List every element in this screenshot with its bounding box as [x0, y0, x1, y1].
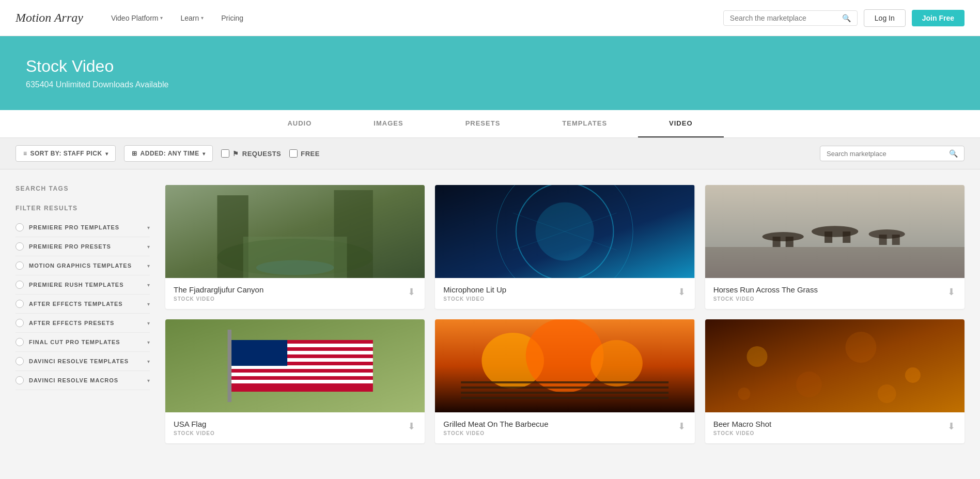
filter-premiere-rush-templates[interactable]: PREMIERE RUSH TEMPLATES ▾	[15, 275, 150, 295]
calendar-icon: ⊞	[132, 150, 137, 157]
requests-checkbox-label[interactable]: ⚑ REQUESTS	[221, 149, 281, 158]
nav-search-input[interactable]	[730, 14, 842, 22]
download-icon[interactable]: ⬇	[946, 420, 956, 433]
radio-premiere-pro-presets[interactable]	[15, 242, 24, 251]
filter-davinci-resolve-macros[interactable]: DAVINCI RESOLVE MACROS ▾	[15, 371, 150, 390]
download-icon[interactable]: ⬇	[407, 285, 416, 299]
radio-motion-graphics-templates[interactable]	[15, 261, 24, 270]
card-body-grill: Grilled Meat On The Barbecue STOCK VIDEO…	[435, 412, 694, 443]
filter-final-cut-pro-templates[interactable]: FINAL CUT PRO TEMPLATES ▾	[15, 333, 150, 352]
radio-premiere-rush-templates[interactable]	[15, 281, 24, 289]
svg-rect-32	[228, 330, 232, 402]
download-icon[interactable]: ⬇	[677, 420, 687, 433]
requests-checkbox[interactable]	[221, 149, 229, 158]
svg-point-46	[877, 384, 896, 403]
svg-point-5	[256, 260, 334, 275]
card-title-canyon: The Fjadrargljufur Canyon	[174, 285, 263, 294]
free-checkbox-label[interactable]: FREE	[289, 149, 320, 158]
filter-search-bar[interactable]: 🔍	[820, 146, 965, 161]
card-title-horses: Horses Run Across The Grass	[713, 285, 818, 294]
card-body-flag: USA Flag STOCK VIDEO ⬇	[165, 412, 425, 443]
download-icon[interactable]: ⬇	[677, 285, 687, 299]
nav-search-bar[interactable]: 🔍	[723, 10, 858, 26]
tab-presets[interactable]: PRESETS	[434, 110, 532, 137]
card-type-beer: STOCK VIDEO	[713, 430, 772, 436]
svg-rect-39	[461, 392, 669, 394]
svg-rect-13	[705, 247, 965, 278]
svg-point-43	[845, 332, 876, 363]
join-button[interactable]: Join Free	[912, 10, 965, 26]
tab-audio[interactable]: AUDIO	[256, 110, 343, 137]
card-type-flag: STOCK VIDEO	[174, 430, 215, 436]
filter-search-input[interactable]	[827, 150, 949, 158]
nav-right: 🔍 Log In Join Free	[723, 9, 965, 27]
chevron-down-icon: ▾	[203, 151, 206, 157]
filter-after-effects-templates[interactable]: AFTER EFFECTS TEMPLATES ▾	[15, 295, 150, 314]
main-content: SEARCH TAGS FILTER RESULTS PREMIERE PRO …	[0, 169, 980, 459]
navbar: Motion Array Video Platform ▾ Learn ▾ Pr…	[0, 0, 980, 36]
card-flag[interactable]: USA Flag STOCK VIDEO ⬇	[165, 319, 425, 443]
flag-svg	[165, 319, 425, 412]
logo[interactable]: Motion Array	[15, 11, 83, 25]
microphone-svg	[435, 185, 694, 278]
tab-templates[interactable]: TEMPLATES	[531, 110, 638, 137]
svg-rect-30	[230, 380, 373, 383]
sort-icon: ≡	[23, 150, 27, 157]
chevron-down-icon: ▾	[201, 15, 204, 21]
svg-rect-20	[843, 231, 850, 243]
svg-rect-29	[230, 373, 373, 376]
chevron-down-icon: ▾	[105, 151, 108, 157]
nav-pricing[interactable]: Pricing	[214, 10, 251, 26]
card-thumbnail-canyon	[165, 185, 425, 278]
tab-video[interactable]: VIDEO	[638, 110, 723, 137]
chevron-down-icon: ▾	[147, 263, 150, 269]
search-icon: 🔍	[842, 14, 851, 22]
card-canyon[interactable]: The Fjadrargljufur Canyon STOCK VIDEO ⬇	[165, 185, 425, 309]
radio-after-effects-presets[interactable]	[15, 319, 24, 327]
card-beer[interactable]: Beer Macro Shot STOCK VIDEO ⬇	[705, 319, 965, 443]
nav-learn[interactable]: Learn ▾	[173, 10, 211, 26]
svg-rect-19	[825, 231, 832, 243]
login-button[interactable]: Log In	[864, 9, 906, 27]
filter-davinci-resolve-templates[interactable]: DAVINCI RESOLVE TEMPLATES ▾	[15, 352, 150, 371]
nav-video-platform[interactable]: Video Platform ▾	[104, 10, 170, 26]
filter-premiere-pro-templates[interactable]: PREMIERE PRO TEMPLATES ▾	[15, 218, 150, 237]
card-microphone[interactable]: Microphone Lit Up STOCK VIDEO ⬇	[435, 185, 694, 309]
filter-bar: ≡ SORT BY: STAFF PICK ▾ ⊞ ADDED: ANY TIM…	[0, 138, 980, 169]
filter-after-effects-presets[interactable]: AFTER EFFECTS PRESETS ▾	[15, 314, 150, 333]
card-body-beer: Beer Macro Shot STOCK VIDEO ⬇	[705, 412, 965, 443]
chevron-down-icon: ▾	[160, 15, 163, 21]
download-icon[interactable]: ⬇	[946, 285, 956, 299]
filter-motion-graphics-templates[interactable]: MOTION GRAPHICS TEMPLATES ▾	[15, 256, 150, 275]
sort-button[interactable]: ≡ SORT BY: STAFF PICK ▾	[15, 145, 116, 162]
flag-icon: ⚑	[232, 150, 239, 158]
horses-svg	[705, 185, 965, 278]
svg-rect-28	[230, 365, 373, 369]
svg-point-15	[812, 226, 858, 237]
svg-rect-40	[461, 397, 669, 399]
card-type-horses: STOCK VIDEO	[713, 296, 818, 302]
radio-davinci-resolve-templates[interactable]	[15, 357, 24, 365]
free-checkbox[interactable]	[289, 149, 298, 158]
hero-subtitle: 635404 Unlimited Downloads Available	[26, 80, 954, 89]
download-icon[interactable]: ⬇	[407, 420, 416, 433]
svg-point-36	[591, 340, 643, 387]
svg-rect-38	[461, 387, 669, 389]
radio-after-effects-templates[interactable]	[15, 300, 24, 308]
radio-premiere-pro-templates[interactable]	[15, 223, 24, 231]
card-title-flag: USA Flag	[174, 420, 215, 428]
svg-point-14	[762, 232, 803, 241]
card-horses[interactable]: Horses Run Across The Grass STOCK VIDEO …	[705, 185, 965, 309]
tab-images[interactable]: IMAGES	[343, 110, 434, 137]
filter-premiere-pro-presets[interactable]: PREMIERE PRO PRESETS ▾	[15, 237, 150, 256]
nav-links: Video Platform ▾ Learn ▾ Pricing	[104, 10, 251, 26]
radio-final-cut-pro-templates[interactable]	[15, 338, 24, 346]
radio-davinci-resolve-macros[interactable]	[15, 376, 24, 384]
card-type-grill: STOCK VIDEO	[443, 430, 548, 436]
chevron-down-icon: ▾	[147, 282, 150, 288]
added-button[interactable]: ⊞ ADDED: ANY TIME ▾	[124, 145, 213, 162]
card-thumbnail-beer	[705, 319, 965, 412]
card-grill[interactable]: Grilled Meat On The Barbecue STOCK VIDEO…	[435, 319, 694, 443]
card-thumbnail-grill	[435, 319, 694, 412]
chevron-down-icon: ▾	[147, 339, 150, 345]
